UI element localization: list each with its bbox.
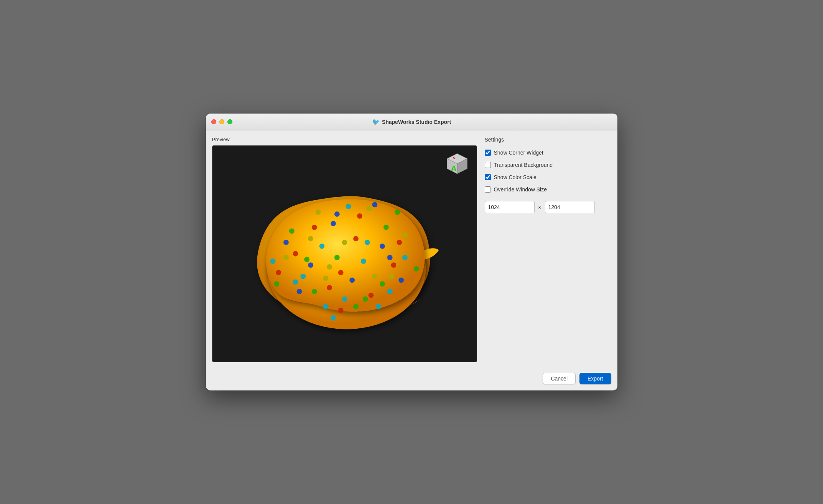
svg-point-30: [323, 304, 328, 309]
svg-point-36: [311, 289, 317, 294]
content-area: Preview $ A: [206, 130, 617, 368]
svg-point-15: [349, 278, 355, 283]
svg-point-17: [331, 221, 336, 226]
show-corner-widget-checkbox[interactable]: [485, 150, 491, 156]
svg-point-59: [331, 315, 336, 321]
svg-point-10: [311, 225, 317, 230]
override-window-size-checkbox[interactable]: [485, 186, 491, 193]
svg-point-21: [372, 202, 377, 208]
svg-point-37: [413, 266, 419, 272]
svg-point-44: [283, 255, 289, 260]
svg-point-35: [353, 304, 359, 309]
svg-point-29: [346, 204, 351, 209]
maximize-button[interactable]: [227, 119, 232, 124]
preview-panel: Preview $ A: [212, 137, 477, 362]
footer: Cancel Export: [206, 368, 617, 390]
svg-point-20: [283, 240, 289, 245]
show-color-scale-checkbox[interactable]: [485, 174, 491, 180]
svg-point-26: [300, 274, 306, 279]
show-corner-widget-row: Show Corner Widget: [485, 149, 611, 156]
window-title: 🐦 ShapeWorks Studio Export: [372, 118, 451, 125]
override-window-size-row: Override Window Size: [485, 186, 611, 193]
override-window-size-label: Override Window Size: [494, 186, 547, 193]
svg-point-9: [391, 262, 396, 268]
svg-point-24: [342, 296, 347, 302]
svg-point-46: [366, 206, 372, 211]
svg-point-47: [338, 270, 343, 275]
svg-point-27: [270, 259, 275, 264]
settings-label: Settings: [485, 137, 611, 144]
svg-point-31: [376, 304, 381, 309]
svg-point-23: [360, 259, 366, 264]
svg-point-48: [364, 240, 370, 245]
transparent-background-checkbox[interactable]: [485, 162, 491, 168]
svg-point-43: [402, 232, 408, 237]
svg-point-18: [398, 278, 404, 283]
svg-point-34: [383, 225, 388, 230]
height-input[interactable]: [545, 201, 595, 213]
svg-point-11: [357, 213, 362, 219]
svg-point-33: [289, 229, 294, 234]
svg-point-51: [353, 236, 359, 241]
width-input[interactable]: [485, 201, 535, 213]
svg-point-50: [387, 255, 392, 260]
transparent-background-row: Transparent Background: [485, 161, 611, 169]
svg-point-58: [308, 236, 313, 241]
minimize-button[interactable]: [219, 119, 224, 124]
show-color-scale-label: Show Color Scale: [494, 174, 537, 180]
titlebar: 🐦 ShapeWorks Studio Export: [206, 114, 617, 130]
svg-point-22: [319, 244, 324, 249]
svg-point-14: [308, 262, 313, 268]
svg-point-42: [315, 209, 321, 215]
svg-point-54: [293, 279, 298, 285]
svg-point-60: [389, 274, 394, 279]
dimension-separator: x: [538, 204, 541, 210]
svg-point-25: [387, 289, 392, 294]
close-button[interactable]: [211, 119, 216, 124]
transparent-background-label: Transparent Background: [494, 162, 553, 168]
svg-point-12: [338, 308, 343, 313]
svg-point-40: [342, 240, 347, 245]
svg-point-56: [334, 211, 339, 217]
svg-point-38: [274, 281, 279, 287]
svg-point-57: [362, 296, 368, 302]
svg-point-32: [334, 255, 339, 260]
show-color-scale-row: Show Color Scale: [485, 173, 611, 181]
svg-point-49: [304, 257, 309, 262]
preview-label: Preview: [212, 137, 477, 142]
export-button[interactable]: Export: [579, 373, 611, 384]
preview-canvas: $ A: [212, 145, 477, 362]
svg-point-41: [372, 274, 377, 279]
cancel-button[interactable]: Cancel: [543, 373, 576, 384]
svg-point-16: [380, 244, 385, 249]
svg-point-53: [380, 281, 385, 287]
show-corner-widget-label: Show Corner Widget: [494, 150, 543, 156]
title-text: ShapeWorks Studio Export: [382, 119, 451, 125]
svg-point-8: [368, 293, 374, 298]
svg-point-13: [276, 270, 281, 275]
settings-panel: Settings Show Corner Widget Transparent …: [485, 137, 611, 362]
svg-point-28: [402, 255, 408, 260]
main-window: 🐦 ShapeWorks Studio Export Preview: [206, 114, 617, 390]
dimension-row: x: [485, 201, 611, 213]
svg-point-6: [293, 251, 298, 257]
app-icon: 🐦: [372, 118, 380, 125]
svg-point-19: [296, 289, 302, 294]
svg-point-7: [327, 285, 332, 290]
window-controls: [211, 119, 232, 124]
svg-point-52: [323, 276, 328, 281]
svg-point-39: [395, 209, 400, 215]
svg-point-45: [327, 264, 332, 270]
svg-point-55: [397, 240, 402, 245]
